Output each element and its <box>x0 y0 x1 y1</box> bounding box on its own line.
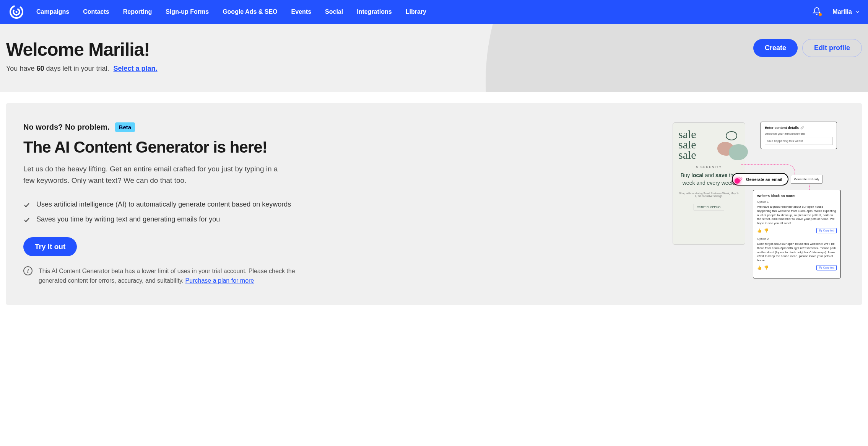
svg-rect-3 <box>820 230 821 232</box>
preview-option-1: Option 1 We have a quick reminder about … <box>757 200 837 233</box>
trial-prefix: You have <box>6 65 36 72</box>
hero-decorative-curve <box>486 24 868 92</box>
preview-subtext: Shop with us during Small Business Week,… <box>678 192 740 197</box>
svg-rect-4 <box>820 267 821 269</box>
thumbs-down-icon: 👎 <box>764 265 769 270</box>
preview-copy: Buy local and save this week and every w… <box>678 172 740 187</box>
trial-subtitle: You have 60 days left in your trial. Sel… <box>6 65 158 73</box>
nav-signup-forms[interactable]: Sign-up Forms <box>166 8 209 15</box>
nav-campaigns[interactable]: Campaigns <box>36 8 69 15</box>
feature-item: Saves you time by writing text and gener… <box>23 215 329 223</box>
check-icon <box>23 202 30 208</box>
thumbs-up-icon: 👍 <box>757 265 762 270</box>
pencil-icon <box>800 126 804 130</box>
select-plan-link[interactable]: Select a plan. <box>114 65 158 72</box>
preview-pills: Generate an email Generate text only <box>732 173 822 186</box>
trial-suffix: days left in your trial. <box>44 65 109 72</box>
preview-output-panel: Writer's block no more! Option 1 We have… <box>753 190 841 278</box>
option-text: We have a quick reminder about our open … <box>757 205 837 226</box>
content: No words? No problem. Beta The AI Conten… <box>0 92 868 316</box>
chevron-down-icon <box>855 9 860 15</box>
svg-point-2 <box>15 11 17 13</box>
feature-list: Uses artificial intelligence (AI) to aut… <box>23 200 329 223</box>
hero-left: Welcome Marilia! You have 60 days left i… <box>6 39 158 73</box>
tagline-text: No words? No problem. <box>23 123 110 132</box>
option-label: Option 2 <box>757 237 837 241</box>
thumbs: 👍 👎 <box>757 228 769 233</box>
notification-dot-icon <box>819 13 822 16</box>
card-illustration: sale sale sale S SERENITY Buy local and … <box>673 122 845 286</box>
thumbs-down-icon: 👎 <box>764 228 769 233</box>
preview-brand: S SERENITY <box>678 165 740 169</box>
cursor-dot-icon <box>735 178 740 184</box>
nav-contacts[interactable]: Contacts <box>83 8 109 15</box>
ai-content-card: No words? No problem. Beta The AI Conten… <box>6 103 862 305</box>
notifications-button[interactable] <box>813 7 821 17</box>
nav-items: Campaigns Contacts Reporting Sign-up For… <box>36 8 813 15</box>
page-title: Welcome Marilia! <box>6 39 158 60</box>
copy-icon <box>819 266 822 269</box>
option-text: Don't forget about our open house this w… <box>757 242 837 263</box>
tagline-row: No words? No problem. Beta <box>23 122 329 132</box>
preview-panel-title: Enter content details <box>765 126 833 130</box>
nav-events[interactable]: Events <box>291 8 311 15</box>
disclaimer: i This AI Content Generator beta has a l… <box>23 266 314 286</box>
hero: Welcome Marilia! You have 60 days left i… <box>0 24 868 92</box>
copy-text-button: Copy text <box>816 265 837 270</box>
option-footer: 👍 👎 Copy text <box>757 228 837 233</box>
nav-reporting[interactable]: Reporting <box>123 8 152 15</box>
info-icon: i <box>23 266 33 275</box>
nav-right: Marilia <box>813 7 860 17</box>
preview-panel-label: Describe your announcement. <box>765 132 833 135</box>
preview-generate-email-pill: Generate an email <box>732 173 788 186</box>
nav-integrations[interactable]: Integrations <box>357 8 392 15</box>
nav-social[interactable]: Social <box>325 8 343 15</box>
check-icon <box>23 216 30 223</box>
preview-shop-button: START SHOPPING <box>694 204 724 210</box>
purchase-plan-link[interactable]: Purchase a plan for more <box>185 277 254 284</box>
brand-logo[interactable] <box>8 3 25 21</box>
blob-icon <box>729 144 748 160</box>
top-nav: Campaigns Contacts Reporting Sign-up For… <box>0 0 868 24</box>
preview-panel-input: Sale happening this week! <box>765 137 833 145</box>
feature-text: Saves you time by writing text and gener… <box>36 215 220 223</box>
copy-text-button: Copy text <box>816 228 837 233</box>
create-button[interactable]: Create <box>753 39 798 57</box>
card-description: Let us do the heavy lifting. Get an enti… <box>23 163 291 187</box>
copy-icon <box>819 229 822 232</box>
trial-days: 60 <box>36 65 44 72</box>
user-name: Marilia <box>832 8 852 15</box>
try-it-out-button[interactable]: Try it out <box>23 237 77 256</box>
nav-google-ads-seo[interactable]: Google Ads & SEO <box>223 8 277 15</box>
card-title: The AI Content Generator is here! <box>23 138 329 156</box>
preview-input-panel: Enter content details Describe your anno… <box>761 122 837 149</box>
preview-output-title: Writer's block no more! <box>757 194 837 198</box>
beta-badge: Beta <box>115 122 135 132</box>
edit-profile-button[interactable]: Edit profile <box>802 39 862 57</box>
user-menu[interactable]: Marilia <box>832 8 860 15</box>
blob-icon <box>726 131 737 140</box>
hero-actions: Create Edit profile <box>753 39 862 57</box>
nav-library[interactable]: Library <box>406 8 426 15</box>
option-label: Option 1 <box>757 200 837 203</box>
feature-text: Uses artificial intelligence (AI) to aut… <box>36 200 291 208</box>
preview-generate-text-pill: Generate text only <box>791 175 822 184</box>
feature-item: Uses artificial intelligence (AI) to aut… <box>23 200 329 208</box>
disclaimer-text: This AI Content Generator beta has a low… <box>39 266 314 286</box>
thumbs: 👍 👎 <box>757 265 769 270</box>
preview-option-2: Option 2 Don't forget about our open hou… <box>757 237 837 270</box>
option-footer: 👍 👎 Copy text <box>757 265 837 270</box>
thumbs-up-icon: 👍 <box>757 228 762 233</box>
disclaimer-body: This AI Content Generator beta has a low… <box>39 268 295 284</box>
card-left: No words? No problem. Beta The AI Conten… <box>23 122 329 286</box>
